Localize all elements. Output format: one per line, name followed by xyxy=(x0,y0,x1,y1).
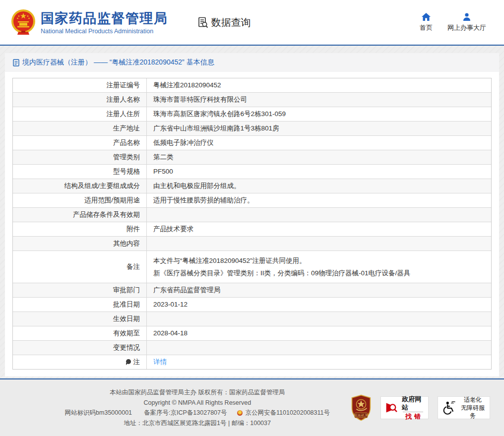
find-error-text: 政府网站 找错 xyxy=(402,395,424,421)
table-row: 结构及组成/主要组成成分由主机和电极应用部分组成。 xyxy=(13,179,491,193)
row-value: PF500 xyxy=(147,165,491,179)
accessibility-badge[interactable]: 适老化 无障碍服务 xyxy=(438,396,490,419)
row-label: 型号规格 xyxy=(13,165,147,179)
table-row: 型号规格PF500 xyxy=(13,165,491,179)
gov-site-label: 政府网站 xyxy=(402,395,424,412)
row-value: 2023-01-12 xyxy=(147,298,491,311)
home-icon xyxy=(421,12,431,21)
document-icon xyxy=(13,59,19,66)
party-gov-shield-badge[interactable]: 党政机关 xyxy=(350,393,372,423)
table-row: 变更情况 xyxy=(13,341,491,355)
accessibility-label-1: 适老化 xyxy=(460,396,486,404)
table-row: 注册人名称珠海市普菲特医疗科技有限公司 xyxy=(13,93,491,107)
row-value: 2028-04-18 xyxy=(147,326,491,340)
row-label: 结构及组成/主要组成成分 xyxy=(13,179,147,193)
data-search-icon xyxy=(197,16,209,28)
footer-line-host: 本站由国家药品监督管理局主办 版权所有：国家药品监督管理局 xyxy=(45,387,350,398)
nav-home[interactable]: 首页 xyxy=(420,12,433,32)
remark-line: 本文件与“粤械注准20182090452”注册证共同使用。 xyxy=(153,254,491,267)
footer-line-address: 地址：北京市西城区展览路北露园1号 | 邮编：100037 xyxy=(45,418,350,429)
row-label: 适用范围/预期用途 xyxy=(13,193,147,207)
table-row: 注详情 xyxy=(13,355,491,369)
police-badge-icon xyxy=(237,410,243,416)
table-row: 批准日期2023-01-12 xyxy=(13,298,491,312)
footer-site-id: 网站标识码bm35000001 xyxy=(65,408,132,418)
footer-text: 本站由国家药品监督管理局主办 版权所有：国家药品监督管理局 Copyright … xyxy=(45,387,350,428)
table-row: 适用范围/预期用途适用于慢性腰肌劳损的辅助治疗。 xyxy=(13,193,491,208)
table-row: 产品名称低频电子脉冲治疗仪 xyxy=(13,136,491,150)
row-label: 注册人名称 xyxy=(13,93,147,107)
site-footer: 本站由国家药品监督管理局主办 版权所有：国家药品监督管理局 Copyright … xyxy=(0,378,504,436)
row-value: 第二类 xyxy=(147,150,491,164)
row-label: 附件 xyxy=(13,222,147,236)
info-table: 注册证编号粤械注准20182090452注册人名称珠海市普菲特医疗科技有限公司注… xyxy=(12,78,492,370)
title-block: 国家药品监督管理局 National Medical Products Admi… xyxy=(41,10,168,35)
footer-badges: 党政机关 政府网站 找错 xyxy=(350,393,490,423)
footer-icp: 备案序号:京ICP备13027807号 xyxy=(144,408,227,418)
footer-line-copyright: Copyright © NMPA All Rights Reserved xyxy=(45,398,350,408)
row-value: 广东省中山市坦洲镇沙坦南路1号3栋801房 xyxy=(147,122,491,135)
row-label: 注册证编号 xyxy=(13,78,147,92)
detail-link[interactable]: 详情 xyxy=(153,358,167,366)
row-value: 产品技术要求 xyxy=(147,222,491,236)
page: 国家药品监督管理局 National Medical Products Admi… xyxy=(0,0,504,436)
breadcrumb-text: 境内医疗器械（注册） —— “粤械注准20182090452” 基本信息 xyxy=(22,58,214,67)
accessibility-label-2: 无障碍服务 xyxy=(460,404,486,420)
table-row: 附件产品技术要求 xyxy=(13,222,491,237)
content-card: 境内医疗器械（注册） —— “粤械注准20182090452” 基本信息 注册证… xyxy=(5,53,499,376)
main-content: 境内医疗器械（注册） —— “粤械注准20182090452” 基本信息 注册证… xyxy=(0,46,504,378)
nav-service-hall[interactable]: 网上办事大厅 xyxy=(447,12,486,32)
table-row: 注册人住所珠海市高新区唐家湾镇永创路6号2栋301-059 xyxy=(13,107,491,122)
row-label: 备注 xyxy=(13,251,147,283)
remark-line: 新《医疗器械分类目录》管理类别：II类，分类编码：09物理治疗器械-01电疗设备… xyxy=(153,267,491,279)
nav-data-query[interactable]: 数据查询 xyxy=(197,16,251,29)
site-header: 国家药品监督管理局 National Medical Products Admi… xyxy=(0,0,504,46)
row-label: 其他内容 xyxy=(13,237,147,250)
svg-text:党政机关: 党政机关 xyxy=(354,413,368,418)
row-value xyxy=(147,341,491,355)
row-label: 注 xyxy=(13,355,147,369)
row-label: 批准日期 xyxy=(13,298,147,311)
table-row: 其他内容 xyxy=(13,237,491,251)
logo-wrap: 国家药品监督管理局 National Medical Products Admi… xyxy=(11,9,168,36)
find-error-magnifier-icon xyxy=(385,400,399,416)
table-row: 产品储存条件及有效期 xyxy=(13,208,491,222)
wheelchair-accessibility-icon xyxy=(442,399,457,416)
note-icon xyxy=(126,359,131,366)
site-subtitle: National Medical Products Administration xyxy=(41,28,168,35)
row-label: 管理类别 xyxy=(13,150,147,164)
nav-home-label: 首页 xyxy=(420,23,433,32)
row-value: 适用于慢性腰肌劳损的辅助治疗。 xyxy=(147,193,491,207)
footer-police-record[interactable]: 京公网安备11010202008311号 xyxy=(246,408,330,418)
table-row: 生效日期 xyxy=(13,312,491,326)
row-value xyxy=(147,237,491,250)
table-row: 备注本文件与“粤械注准20182090452”注册证共同使用。新《医疗器械分类目… xyxy=(13,251,491,283)
accessibility-text: 适老化 无障碍服务 xyxy=(460,396,486,420)
row-value: 珠海市普菲特医疗科技有限公司 xyxy=(147,93,491,107)
breadcrumb: 境内医疗器械（注册） —— “粤械注准20182090452” 基本信息 xyxy=(5,53,499,72)
row-value: 广东省药品监督管理局 xyxy=(147,283,491,297)
row-label: 变更情况 xyxy=(13,341,147,355)
row-label: 有效期至 xyxy=(13,326,147,340)
national-emblem-logo xyxy=(11,9,36,36)
row-label: 生效日期 xyxy=(13,312,147,326)
footer-line-registration: 网站标识码bm35000001 备案序号:京ICP备13027807号 京公网安… xyxy=(45,408,350,418)
row-label: 生产地址 xyxy=(13,122,147,135)
table-row: 管理类别第二类 xyxy=(13,150,491,165)
nav-data-query-label: 数据查询 xyxy=(211,16,251,29)
find-error-label: 找错 xyxy=(403,412,423,421)
row-label: 产品储存条件及有效期 xyxy=(13,208,147,222)
user-icon xyxy=(462,12,472,21)
row-value xyxy=(147,208,491,222)
row-value xyxy=(147,312,491,326)
table-row: 审批部门广东省药品监督管理局 xyxy=(13,283,491,298)
row-label: 审批部门 xyxy=(13,283,147,297)
nav-service-hall-label: 网上办事大厅 xyxy=(447,23,486,32)
row-value: 本文件与“粤械注准20182090452”注册证共同使用。新《医疗器械分类目录》… xyxy=(147,251,491,283)
row-value: 由主机和电极应用部分组成。 xyxy=(147,179,491,193)
site-title: 国家药品监督管理局 xyxy=(41,10,168,26)
gov-site-find-error-badge[interactable]: 政府网站 找错 xyxy=(380,396,429,419)
row-value: 详情 xyxy=(147,355,491,369)
row-value: 珠海市高新区唐家湾镇永创路6号2栋301-059 xyxy=(147,107,491,121)
row-label: 产品名称 xyxy=(13,136,147,150)
